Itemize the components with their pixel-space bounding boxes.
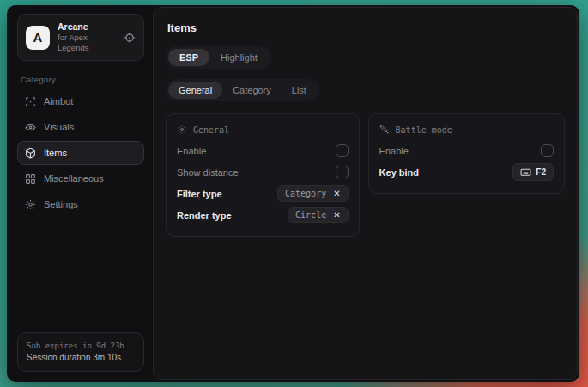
swords-icon bbox=[379, 124, 390, 135]
session-duration-text: Session duration 3m 10s bbox=[27, 352, 135, 364]
setting-row-filter-type: Filter type Category ✕ bbox=[177, 183, 349, 204]
sidebar-nav: Aimbot Visuals Items bbox=[17, 89, 144, 216]
tab-list[interactable]: List bbox=[282, 82, 317, 99]
render-type-select[interactable]: Circle ✕ bbox=[288, 207, 349, 223]
tab-general[interactable]: General bbox=[168, 82, 222, 99]
battle-mode-card: Battle mode Enable Key bind bbox=[368, 113, 565, 194]
gear-icon bbox=[25, 199, 36, 210]
sidebar-item-settings[interactable]: Settings bbox=[17, 192, 144, 216]
main-panel: Items ESP Highlight General Category Lis… bbox=[153, 7, 578, 380]
keyboard-icon bbox=[520, 166, 531, 178]
eye-icon bbox=[25, 122, 36, 133]
sidebar-item-label: Settings bbox=[44, 199, 78, 209]
render-type-value: Circle bbox=[295, 210, 326, 220]
sidebar-item-aimbot[interactable]: Aimbot bbox=[17, 89, 144, 113]
setting-label: Render type bbox=[177, 210, 232, 221]
app-window: A Arcane for Apex Legends Category bbox=[7, 5, 579, 382]
keybind-button[interactable]: F2 bbox=[512, 163, 554, 181]
category-label: Category bbox=[21, 75, 144, 84]
brand-card: A Arcane for Apex Legends bbox=[17, 14, 144, 61]
keybind-value: F2 bbox=[536, 167, 546, 177]
setting-label: Enable bbox=[379, 146, 409, 156]
mode-switch: ESP Highlight bbox=[166, 46, 271, 69]
view-tabs: General Category List bbox=[166, 79, 319, 101]
general-card: General Enable Show distance Filter type… bbox=[166, 113, 360, 237]
setting-label: Enable bbox=[177, 146, 206, 156]
sidebar-item-label: Aimbot bbox=[44, 96, 73, 106]
brand-logo: A bbox=[26, 26, 50, 50]
subscription-card: Sub expires in 9d 23h Session duration 3… bbox=[17, 332, 144, 372]
sidebar-spacer bbox=[17, 216, 144, 332]
setting-row-render-type: Render type Circle ✕ bbox=[177, 204, 349, 226]
mode-tab-highlight[interactable]: Highlight bbox=[209, 49, 269, 66]
general-card-title: General bbox=[193, 125, 229, 135]
setting-row-enable: Enable bbox=[177, 140, 349, 161]
tab-category[interactable]: Category bbox=[222, 82, 282, 99]
enable-checkbox[interactable] bbox=[336, 144, 349, 157]
package-icon bbox=[25, 148, 36, 159]
sun-icon bbox=[177, 124, 187, 135]
battle-card-title: Battle mode bbox=[396, 125, 452, 135]
sidebar-item-label: Items bbox=[44, 148, 67, 158]
mode-tab-esp[interactable]: ESP bbox=[168, 49, 209, 66]
sidebar: A Arcane for Apex Legends Category bbox=[9, 7, 153, 380]
battle-enable-checkbox[interactable] bbox=[541, 144, 554, 157]
setting-row-key-bind: Key bind F2 bbox=[379, 161, 554, 183]
setting-label: Key bind bbox=[379, 167, 419, 178]
brand-name: Arcane bbox=[58, 21, 116, 33]
sidebar-item-label: Visuals bbox=[44, 122, 74, 132]
crosshair-icon bbox=[25, 96, 36, 107]
cards-row: General Enable Show distance Filter type… bbox=[166, 113, 565, 237]
sub-expires-text: Sub expires in 9d 23h bbox=[27, 340, 135, 352]
setting-label: Filter type bbox=[177, 189, 222, 199]
clear-icon[interactable]: ✕ bbox=[333, 190, 340, 198]
filter-type-select[interactable]: Category ✕ bbox=[277, 185, 349, 202]
sidebar-item-label: Miscellaneous bbox=[44, 173, 104, 184]
setting-row-show-distance: Show distance bbox=[177, 161, 349, 183]
show-distance-checkbox[interactable] bbox=[336, 166, 349, 178]
sidebar-item-visuals[interactable]: Visuals bbox=[17, 115, 144, 139]
target-icon[interactable] bbox=[124, 32, 136, 44]
grid-icon bbox=[25, 173, 36, 184]
brand-text: Arcane for Apex Legends bbox=[58, 21, 116, 53]
page-title: Items bbox=[167, 21, 565, 34]
general-card-header: General bbox=[177, 124, 349, 135]
brand-subtitle: for Apex Legends bbox=[58, 33, 116, 53]
clear-icon[interactable]: ✕ bbox=[333, 211, 340, 220]
filter-type-value: Category bbox=[285, 189, 326, 198]
sidebar-item-miscellaneous[interactable]: Miscellaneous bbox=[17, 166, 144, 190]
setting-label: Show distance bbox=[177, 167, 239, 178]
battle-card-header: Battle mode bbox=[379, 124, 554, 135]
setting-row-battle-enable: Enable bbox=[379, 140, 554, 161]
sidebar-item-items[interactable]: Items bbox=[17, 141, 144, 165]
